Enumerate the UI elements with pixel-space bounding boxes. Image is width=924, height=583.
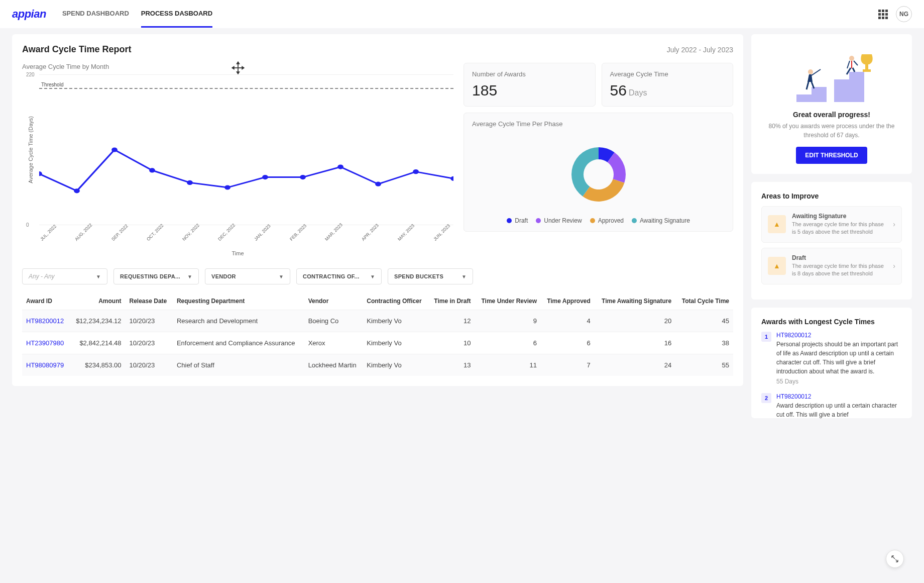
col-vendor[interactable]: Vendor — [304, 293, 363, 310]
col-amount[interactable]: Amount — [70, 293, 126, 310]
x-category: JUL, 2022 — [39, 224, 57, 242]
col-officer[interactable]: Contracting Officer — [363, 293, 428, 310]
svg-rect-18 — [865, 64, 868, 69]
rank-badge: 2 — [761, 393, 771, 403]
award-id-link[interactable]: HT98200012 — [776, 393, 902, 400]
donut-legend: Draft Under Review Approved Awaiting Sig… — [472, 217, 725, 224]
page-title: Award Cycle Time Report — [22, 44, 131, 55]
brand-logo: appian — [12, 8, 46, 21]
svg-point-10 — [337, 164, 343, 169]
x-category: JAN, 2023 — [253, 223, 272, 242]
chevron-right-icon: › — [893, 220, 895, 228]
progress-subtitle: 80% of you awards were process under the… — [761, 122, 902, 140]
tab-spend-dashboard[interactable]: SPEND DASHBOARD — [62, 1, 129, 28]
user-avatar[interactable]: NG — [896, 6, 912, 22]
chevron-down-icon: ▼ — [96, 274, 101, 279]
svg-point-11 — [375, 182, 381, 186]
longest-item: 2HT98200012Award description up until a … — [761, 393, 902, 418]
report-card: Award Cycle Time Report July 2022 - July… — [12, 34, 743, 386]
svg-point-7 — [224, 185, 230, 189]
tab-process-dashboard[interactable]: PROCESS DASBOARD — [141, 1, 212, 28]
award-id-link[interactable]: HT98080979 — [26, 361, 64, 369]
table-row[interactable]: HT23907980$2,842,214.4810/20/23Enforceme… — [22, 332, 733, 354]
longest-cycle-card: Awards with Longest Cycle Times 1HT98200… — [751, 308, 912, 418]
svg-point-6 — [187, 180, 193, 185]
top-bar: appian SPEND DASHBOARD PROCESS DASBOARD … — [0, 0, 924, 28]
svg-point-9 — [300, 175, 306, 179]
svg-point-20 — [849, 56, 854, 61]
kpi-number-of-awards: Number of Awards 185 — [464, 63, 595, 107]
x-category: SEP, 2022 — [110, 223, 129, 242]
x-category: APR, 2023 — [361, 223, 380, 242]
table-row[interactable]: HT98080979$234,853.0010/20/23Chief of St… — [22, 354, 733, 376]
table-row[interactable]: HT98200012$12,234,234.1210/20/23Research… — [22, 310, 733, 332]
filter-requesting-department[interactable]: REQUESTING DEPA...▼ — [113, 268, 199, 284]
progress-title: Great overall progress! — [761, 111, 902, 119]
award-id-link[interactable]: HT98200012 — [776, 332, 902, 339]
chevron-down-icon: ▼ — [370, 274, 375, 279]
y-axis-label: Average Cycle Time (Days) — [28, 116, 34, 183]
svg-rect-19 — [863, 69, 871, 72]
col-awaiting[interactable]: Time Awaiting Signature — [595, 293, 675, 310]
filter-contracting-officer[interactable]: CONTRACTING OF...▼ — [296, 268, 382, 284]
improve-item[interactable]: ▲DraftThe average cycle time for this ph… — [761, 248, 902, 284]
svg-rect-17 — [849, 72, 864, 102]
warning-icon: ▲ — [768, 257, 786, 275]
svg-point-3 — [74, 188, 80, 193]
apps-grid-icon[interactable] — [878, 10, 888, 19]
x-category: JUN, 2023 — [432, 223, 451, 242]
donut-chart-block: Average Cycle Time Per Phase Draft Under… — [464, 113, 733, 232]
x-category: FEB, 2023 — [289, 223, 307, 242]
chevron-down-icon: ▼ — [461, 274, 467, 279]
svg-rect-14 — [796, 94, 812, 102]
filter-vendor[interactable]: VENDOR▼ — [205, 268, 290, 284]
avg-cycle-time-chart: Average Cycle Time by Month Average Cycl… — [22, 63, 453, 256]
x-category: AUG, 2022 — [74, 223, 93, 242]
svg-point-5 — [149, 168, 155, 172]
areas-to-improve-card: Areas to Improve ▲Awaiting SignatureThe … — [751, 182, 912, 300]
improve-title: Areas to Improve — [761, 192, 902, 200]
longest-item: 1HT98200012Personal projects should be a… — [761, 332, 902, 385]
donut-title: Average Cycle Time Per Phase — [472, 120, 725, 128]
x-category: MAY, 2023 — [397, 223, 415, 242]
nav-tabs: SPEND DASHBOARD PROCESS DASBOARD — [62, 1, 212, 28]
kpi-average-cycle-time: Average Cycle Time 56Days — [602, 63, 733, 107]
x-category: NOV, 2022 — [181, 223, 200, 242]
award-id-link[interactable]: HT98200012 — [26, 317, 64, 325]
awards-table: Award ID Amount Release Date Requesting … — [22, 293, 733, 376]
warning-icon: ▲ — [768, 215, 786, 233]
col-review[interactable]: Time Under Review — [475, 293, 541, 310]
progress-card: Great overall progress! 80% of you award… — [751, 34, 912, 174]
chevron-down-icon: ▼ — [187, 274, 192, 279]
improve-item[interactable]: ▲Awaiting SignatureThe average cycle tim… — [761, 206, 902, 243]
award-id-link[interactable]: HT23907980 — [26, 339, 64, 347]
svg-point-12 — [413, 169, 419, 174]
progress-illustration — [761, 44, 902, 105]
svg-rect-15 — [812, 87, 827, 102]
rank-badge: 1 — [761, 332, 771, 342]
col-draft[interactable]: Time in Draft — [428, 293, 475, 310]
col-total[interactable]: Total Cycle Time — [675, 293, 733, 310]
svg-rect-16 — [834, 79, 849, 102]
chevron-down-icon: ▼ — [279, 274, 284, 279]
col-award-id[interactable]: Award ID — [22, 293, 70, 310]
svg-point-8 — [262, 175, 268, 179]
x-category: OCT, 2022 — [146, 223, 164, 242]
col-approved[interactable]: Time Approved — [541, 293, 595, 310]
x-category: DEC, 2022 — [217, 223, 236, 242]
col-release-date[interactable]: Release Date — [126, 293, 173, 310]
x-axis-label: Time — [22, 250, 453, 256]
longest-title: Awards with Longest Cycle Times — [761, 318, 902, 326]
svg-point-13 — [450, 176, 453, 181]
filter-date-range[interactable]: Any - Any▼ — [22, 268, 107, 284]
date-range: July 2022 - July 2023 — [667, 46, 733, 54]
filter-spend-buckets[interactable]: SPEND BUCKETS▼ — [388, 268, 473, 284]
chevron-right-icon: › — [893, 262, 895, 270]
svg-point-23 — [808, 69, 813, 74]
svg-point-4 — [111, 147, 118, 152]
edit-threshold-button[interactable]: EDIT THRESHOLD — [796, 147, 867, 164]
col-dept[interactable]: Requesting Department — [173, 293, 304, 310]
filter-bar: Any - Any▼ REQUESTING DEPA...▼ VENDOR▼ C… — [22, 268, 733, 284]
